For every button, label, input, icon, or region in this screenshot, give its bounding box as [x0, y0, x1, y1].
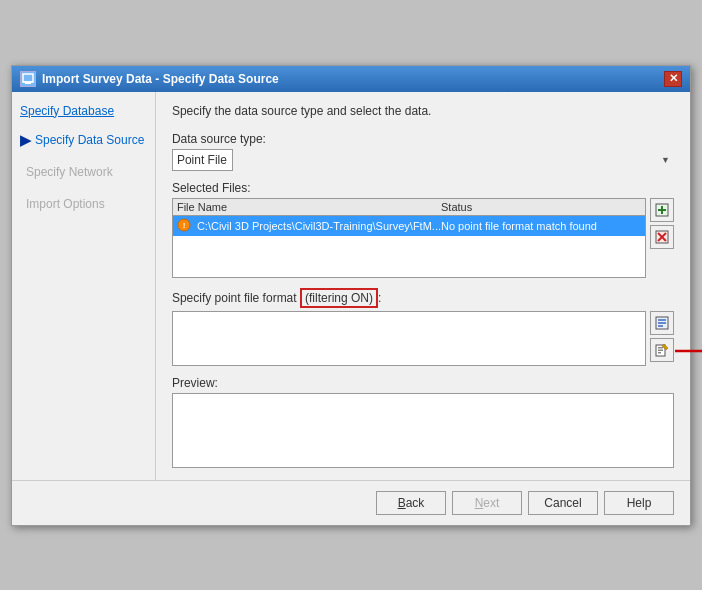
files-table: File Name Status ! C:\Civ	[172, 198, 646, 278]
table-action-buttons	[650, 198, 674, 278]
format-section: Specify point file format (filtering ON)…	[172, 288, 674, 366]
add-file-button[interactable]	[650, 198, 674, 222]
preview-section: Preview:	[172, 376, 674, 468]
file-row-status: No point file format match found	[441, 220, 641, 232]
svg-rect-13	[658, 322, 666, 324]
file-row-icon: !	[177, 218, 193, 234]
sidebar-item-data-source-label: Specify Data Source	[35, 133, 144, 147]
main-window: Import Survey Data - Specify Data Source…	[11, 65, 691, 526]
bottom-buttons: Back Next Cancel Help	[12, 480, 690, 525]
content-area: Specify Database ▶ Specify Data Source S…	[12, 92, 690, 480]
window-title: Import Survey Data - Specify Data Source	[42, 72, 279, 86]
arrow-indicator	[673, 341, 702, 364]
remove-file-button[interactable]	[650, 225, 674, 249]
titlebar: Import Survey Data - Specify Data Source…	[12, 66, 690, 92]
titlebar-left: Import Survey Data - Specify Data Source	[20, 71, 279, 87]
description-text: Specify the data source type and select …	[172, 104, 674, 118]
next-button[interactable]: Next	[452, 491, 522, 515]
close-button[interactable]: ✕	[664, 71, 682, 87]
sidebar-item-import-options: Import Options	[20, 194, 147, 214]
data-source-type-dropdown[interactable]: Point File	[172, 149, 233, 171]
format-label-prefix: Specify point file format	[172, 291, 300, 305]
svg-rect-0	[23, 74, 33, 82]
back-button[interactable]: Back	[376, 491, 446, 515]
data-source-type-dropdown-wrapper: Point File	[172, 149, 674, 171]
back-underline: B	[398, 496, 406, 510]
cancel-button[interactable]: Cancel	[528, 491, 598, 515]
format-input-row	[172, 311, 674, 366]
svg-rect-14	[658, 325, 663, 327]
format-manage-button[interactable]	[650, 311, 674, 335]
back-label-rest: ack	[406, 496, 425, 510]
svg-text:!: !	[183, 221, 186, 230]
help-button[interactable]: Help	[604, 491, 674, 515]
sidebar-item-import-options-label: Import Options	[26, 197, 105, 211]
preview-box	[172, 393, 674, 468]
main-panel: Specify the data source type and select …	[156, 92, 690, 480]
active-arrow-icon: ▶	[20, 132, 31, 148]
file-row-filename: C:\Civil 3D Projects\Civil3D-Training\Su…	[197, 220, 441, 232]
selected-files-section: Selected Files: File Name Status	[172, 181, 674, 278]
preview-label: Preview:	[172, 376, 674, 390]
format-buttons	[650, 311, 674, 362]
data-source-type-label: Data source type:	[172, 132, 674, 146]
svg-rect-12	[658, 319, 666, 321]
svg-rect-17	[658, 349, 663, 351]
format-input-field[interactable]	[172, 311, 646, 366]
sidebar-item-specify-network: Specify Network	[20, 162, 147, 182]
table-row[interactable]: ! C:\Civil 3D Projects\Civil3D-Training\…	[173, 216, 645, 236]
sidebar-item-specify-data-source: ▶ Specify Data Source	[20, 132, 147, 148]
window-icon	[20, 71, 36, 87]
sidebar-item-specify-database[interactable]: Specify Database	[20, 104, 147, 118]
svg-rect-16	[658, 347, 663, 349]
selected-files-label: Selected Files:	[172, 181, 674, 195]
svg-rect-18	[658, 352, 661, 354]
data-source-type-group: Data source type: Point File	[172, 132, 674, 171]
table-header: File Name Status	[173, 199, 645, 216]
files-table-container: File Name Status ! C:\Civ	[172, 198, 674, 278]
format-edit-button[interactable]	[650, 338, 674, 362]
format-label-colon: :	[378, 291, 381, 305]
next-label-rest: ext	[483, 496, 499, 510]
sidebar-item-network-label: Specify Network	[26, 165, 113, 179]
sidebar: Specify Database ▶ Specify Data Source S…	[12, 92, 156, 480]
svg-rect-2	[25, 82, 31, 84]
col-status-header: Status	[441, 201, 641, 213]
format-label: Specify point file format (filtering ON)…	[172, 288, 674, 308]
col-filename-header: File Name	[177, 201, 441, 213]
format-label-boxed: (filtering ON)	[300, 288, 378, 308]
